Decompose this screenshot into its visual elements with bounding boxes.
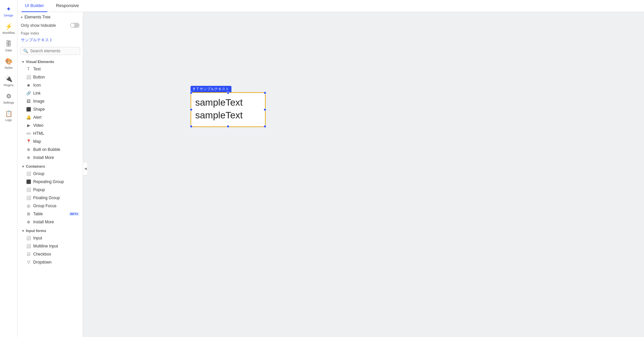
- checkbox-icon: ☑: [26, 252, 31, 257]
- sidebar-item-floating-group[interactable]: ⬜ Floating Group: [17, 194, 83, 202]
- icon-icon: ☻: [26, 83, 31, 88]
- element-type-icon: T: [193, 87, 195, 91]
- settings-icon: ⚙: [6, 93, 11, 100]
- only-show-row: Only show hideable: [17, 21, 83, 30]
- sidebar-item-html-label: HTML: [33, 131, 79, 136]
- sidebar-item-checkbox-label: Checkbox: [33, 252, 79, 257]
- nav-label-settings: Settings: [3, 101, 14, 105]
- sidebar-item-multiline-input[interactable]: ⬜ Multiline Input: [17, 242, 83, 250]
- sidebar-item-table-label: Table: [33, 212, 66, 216]
- nav-label-data: Data: [5, 49, 12, 52]
- search-input[interactable]: [30, 49, 77, 53]
- sidebar-item-image[interactable]: 🖼 Image: [17, 97, 83, 105]
- nav-item-settings[interactable]: ⚙ Settings: [0, 90, 17, 107]
- sidebar-item-built-on-bubble-label: Built on Bubble: [33, 147, 79, 152]
- sidebar-item-video[interactable]: ▶ Video: [17, 121, 83, 129]
- sidebar-item-html[interactable]: </> HTML: [17, 129, 83, 137]
- sidebar-item-icon-label: Icon: [33, 83, 79, 88]
- sidebar-item-dropdown-label: Dropdown: [33, 260, 79, 265]
- sidebar-item-table[interactable]: ⊞ Table BETA: [17, 210, 83, 218]
- nav-item-styles[interactable]: 🎨 Styles: [0, 55, 17, 72]
- input-forms-section: ▾ Input forms: [17, 226, 83, 234]
- sidebar-item-input[interactable]: ⬜ Input: [17, 234, 83, 242]
- page-name-row: サンプルテキスト: [17, 37, 83, 45]
- resize-handle-bottom-right[interactable]: [264, 125, 266, 128]
- sidebar-item-group-focus[interactable]: ◎ Group Focus: [17, 202, 83, 210]
- tab-responsive[interactable]: Responsive: [53, 0, 82, 12]
- install-more-containers-icon: ⊕: [26, 220, 31, 224]
- nav-item-logs[interactable]: 📋 Logs: [0, 107, 17, 125]
- text-icon: T: [26, 67, 31, 71]
- sidebar-item-video-label: Video: [33, 123, 79, 128]
- resize-handle-middle-left[interactable]: [190, 108, 193, 111]
- only-show-toggle[interactable]: [70, 23, 79, 28]
- logs-icon: 📋: [5, 110, 12, 117]
- element-label-tag[interactable]: T T サンプルテキスト: [191, 86, 231, 92]
- sidebar-item-group-label: Group: [33, 171, 79, 176]
- element-label-text: T サンプルテキスト: [197, 87, 229, 92]
- popup-icon: ⬜: [26, 187, 31, 192]
- sidebar-item-alert-label: Alert: [33, 115, 79, 120]
- sidebar-item-install-more-containers[interactable]: ⊕ Install More: [17, 218, 83, 226]
- elements-tree-label: Elements Tree: [24, 15, 50, 19]
- sidebar-item-checkbox[interactable]: ☑ Checkbox: [17, 250, 83, 258]
- only-show-label: Only show hideable: [21, 23, 56, 28]
- search-bar[interactable]: 🔍: [20, 47, 80, 55]
- button-icon: ⬜: [26, 75, 31, 79]
- nav-label-design: Design: [4, 14, 13, 17]
- tab-ui-builder[interactable]: UI Builder: [21, 0, 47, 12]
- nav-item-data[interactable]: 🗄 Data: [0, 38, 17, 55]
- sidebar-item-floating-group-label: Floating Group: [33, 195, 79, 200]
- sidebar-item-dropdown[interactable]: ▽ Dropdown: [17, 258, 83, 266]
- sidebar-item-install-more-visual-label: Install More: [33, 155, 79, 160]
- left-nav: ✦ Design ⚡ Workflow 🗄 Data 🎨 Styles 🔌 Pl…: [0, 0, 17, 337]
- top-header: UI Builder Responsive: [17, 0, 644, 12]
- page-index-row: Page index: [17, 30, 83, 37]
- sidebar-item-alert[interactable]: 🔔 Alert: [17, 113, 83, 121]
- sidebar-collapse-handle[interactable]: ◀: [83, 162, 88, 175]
- sidebar-item-text[interactable]: T Text: [17, 65, 83, 73]
- video-icon: ▶: [26, 123, 31, 128]
- text-element-box[interactable]: sampleText sampleText: [191, 92, 266, 127]
- canvas-element-wrapper: T T サンプルテキスト sampleText sampleText: [191, 86, 266, 127]
- sidebar-item-icon[interactable]: ☻ Icon: [17, 81, 83, 89]
- main-canvas[interactable]: T T サンプルテキスト sampleText sampleText: [83, 12, 644, 337]
- sidebar-item-built-on-bubble[interactable]: ⊕ Built on Bubble: [17, 146, 83, 154]
- sidebar-item-group[interactable]: ⬜ Group: [17, 170, 83, 178]
- page-name-link[interactable]: サンプルテキスト: [21, 38, 53, 42]
- sidebar-item-shape[interactable]: ⬛ Shape: [17, 105, 83, 113]
- resize-handle-middle-right[interactable]: [264, 108, 266, 111]
- resize-handle-top-center[interactable]: [227, 92, 229, 94]
- built-on-bubble-icon: ⊕: [26, 147, 31, 152]
- resize-handle-top-right[interactable]: [264, 92, 266, 94]
- sidebar-item-link[interactable]: 🔗 Link: [17, 89, 83, 97]
- page-index-label: Page index: [21, 31, 39, 35]
- sample-text-line2: sampleText: [195, 109, 261, 122]
- sidebar-item-install-more-visual[interactable]: ⊕ Install More: [17, 154, 83, 162]
- sidebar-panel: ▾ Elements Tree Only show hideable Page …: [17, 12, 83, 337]
- data-icon: 🗄: [6, 41, 12, 48]
- sidebar-item-popup[interactable]: ⬜ Popup: [17, 186, 83, 194]
- shape-icon: ⬛: [26, 107, 31, 112]
- sidebar-item-image-label: Image: [33, 99, 79, 104]
- nav-item-plugins[interactable]: 🔌 Plugins: [0, 72, 17, 90]
- table-beta-badge: BETA: [69, 212, 79, 216]
- nav-item-workflow[interactable]: ⚡ Workflow: [0, 20, 17, 38]
- dropdown-icon: ▽: [26, 260, 31, 265]
- resize-handle-bottom-center[interactable]: [227, 125, 229, 128]
- link-icon: 🔗: [26, 91, 31, 96]
- resize-handle-top-left[interactable]: [190, 92, 193, 94]
- sidebar-item-repeating-group[interactable]: ⬛ Repeating Group: [17, 178, 83, 186]
- elements-tree-header: ▾ Elements Tree: [17, 12, 83, 21]
- sidebar-item-install-more-containers-label: Install More: [33, 220, 79, 224]
- collapse-arrow-icon: ◀: [84, 167, 87, 170]
- sidebar-item-input-label: Input: [33, 236, 79, 240]
- group-icon: ⬜: [26, 171, 31, 176]
- resize-handle-bottom-left[interactable]: [190, 125, 193, 128]
- sidebar-item-button[interactable]: ⬜ Button: [17, 73, 83, 81]
- sidebar-item-map[interactable]: 📍 Map: [17, 137, 83, 146]
- nav-item-design[interactable]: ✦ Design: [0, 3, 17, 20]
- map-icon: 📍: [26, 139, 31, 144]
- containers-label: Containers: [26, 164, 45, 168]
- html-icon: </>: [26, 132, 31, 135]
